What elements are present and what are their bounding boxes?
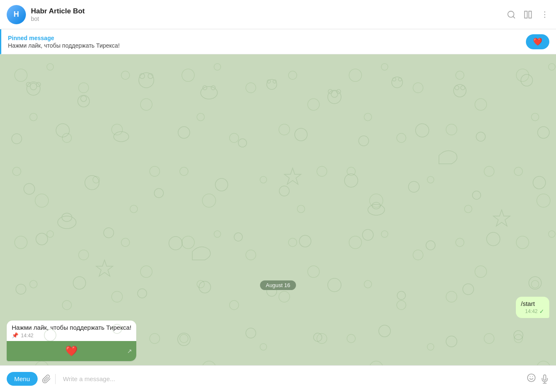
svg-point-4 <box>544 11 546 13</box>
pinned-text: Нажми лайк, чтобы поддержать Тирекса! <box>8 42 519 49</box>
svg-point-5 <box>544 14 546 15</box>
emoji-icon[interactable] <box>527 373 536 385</box>
chat-header: H Habr Article Bot bot <box>0 0 556 29</box>
pinned-content: Pinned message Нажми лайк, чтобы поддерж… <box>8 35 519 49</box>
message-input[interactable] <box>60 375 523 382</box>
svg-point-81 <box>528 374 535 381</box>
pinned-bar: Pinned message Нажми лайк, чтобы поддерж… <box>0 29 556 54</box>
pinned-heart-button[interactable]: ❤️ <box>526 34 549 49</box>
message-time: 14:42 <box>21 333 33 339</box>
bottom-bar: Menu <box>0 365 556 392</box>
message-meta: 14:42 ✓ <box>521 308 544 315</box>
svg-line-1 <box>513 16 515 18</box>
incoming-message-bubble: Нажми лайк, чтобы поддержать Тирекса! 📌 … <box>7 321 136 361</box>
message-text: /start <box>521 300 544 307</box>
mic-icon[interactable] <box>540 374 549 384</box>
link-icon: ↗ <box>127 348 132 354</box>
outgoing-message-bubble: /start 14:42 ✓ <box>516 297 549 318</box>
message-row: /start 14:42 ✓ <box>7 297 549 318</box>
check-icon: ✓ <box>539 308 544 315</box>
columns-icon[interactable] <box>523 10 533 19</box>
svg-rect-3 <box>529 11 531 18</box>
heart-emoji: ❤️ <box>533 37 542 46</box>
pinned-label: Pinned message <box>8 35 519 41</box>
date-badge: August 16 <box>260 280 296 290</box>
avatar: H <box>7 5 26 24</box>
chat-title: Habr Article Bot <box>31 7 507 15</box>
message-text: Нажми лайк, чтобы поддержать Тирекса! <box>12 324 131 331</box>
pin-icon: 📌 <box>12 332 18 339</box>
date-separator: August 16 <box>7 280 549 290</box>
header-actions <box>507 10 549 19</box>
svg-rect-2 <box>525 11 527 18</box>
message-time: 14:42 <box>525 308 538 314</box>
attach-icon[interactable] <box>42 374 51 384</box>
search-icon[interactable] <box>507 10 516 19</box>
message-action-button[interactable]: ❤️ ↗ <box>7 341 136 361</box>
messages-container: August 16 /start 14:42 ✓ Нажми лайк, что… <box>7 63 549 361</box>
header-info: Habr Article Bot bot <box>31 7 507 22</box>
button-emoji: ❤️ <box>65 345 78 357</box>
message-row: Нажми лайк, чтобы поддержать Тирекса! 📌 … <box>7 321 549 361</box>
chat-subtitle: bot <box>31 15 507 22</box>
input-divider <box>55 374 56 384</box>
more-icon[interactable] <box>540 10 549 19</box>
menu-button[interactable]: Menu <box>7 372 38 386</box>
svg-point-6 <box>544 17 546 18</box>
chat-area: August 16 /start 14:42 ✓ Нажми лайк, что… <box>0 54 556 365</box>
message-top: Нажми лайк, чтобы поддержать Тирекса! 📌 … <box>7 321 136 341</box>
message-meta: 📌 14:42 <box>12 332 131 339</box>
